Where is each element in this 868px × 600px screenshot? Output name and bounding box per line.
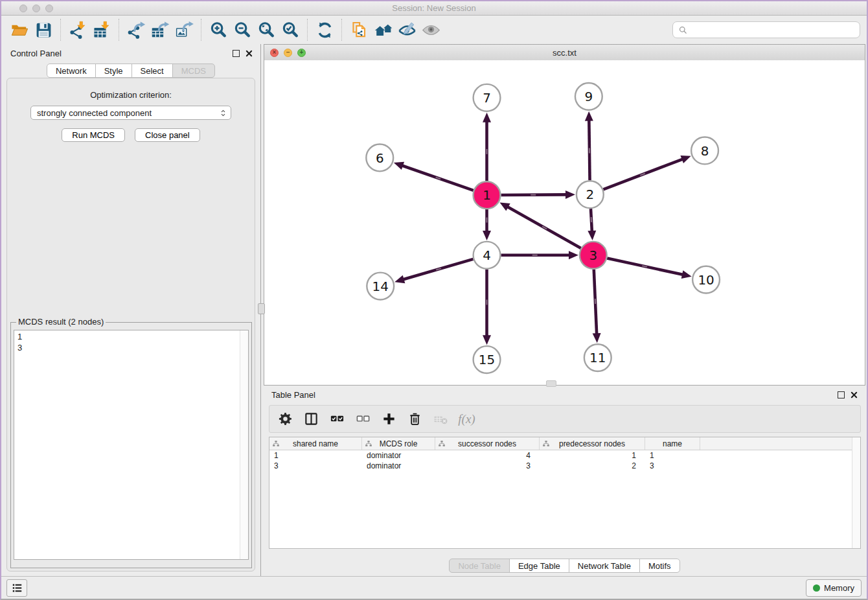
horizontal-splitter-handle[interactable] [546, 380, 556, 387]
deselect-all-icon[interactable] [355, 411, 371, 427]
control-panel-float-button[interactable] [233, 50, 240, 57]
search-input[interactable] [691, 25, 854, 36]
network-graph[interactable]: 1234678910111415 [264, 60, 865, 385]
column-header-name[interactable]: name [645, 437, 700, 450]
graph-edge-arrowhead [588, 231, 596, 240]
graph-node-label: 8 [701, 144, 709, 159]
cell-mcds-role[interactable]: dominator [362, 451, 435, 460]
refresh-icon[interactable] [313, 18, 337, 41]
cell-predecessor-nodes[interactable]: 1 [540, 451, 645, 460]
cell-name[interactable]: 1 [645, 451, 700, 460]
cell-name[interactable]: 3 [645, 461, 700, 470]
tab-style[interactable]: Style [95, 63, 132, 78]
toolbar-separator [341, 19, 343, 41]
list-icon [11, 582, 23, 594]
column-header-successor-nodes[interactable]: successor nodes [435, 437, 540, 450]
graph-edge-arrowhead [394, 275, 405, 283]
cell-shared-name[interactable]: 1 [269, 451, 362, 460]
memory-status-dot [813, 584, 820, 592]
zoom-out-icon[interactable] [231, 18, 255, 41]
tab-edge-table[interactable]: Edge Table [509, 559, 569, 573]
graph-edge-arrowhead [585, 111, 593, 121]
table-row[interactable]: 1dominator411 [269, 450, 860, 461]
column-header-shared-name[interactable]: shared name [269, 437, 362, 450]
table-row[interactable]: 3dominator323 [269, 461, 860, 471]
toolbar-separator [201, 19, 202, 41]
table-panel-float-button[interactable] [838, 391, 845, 398]
mcds-result-group: MCDS result (2 nodes) 1 3 [10, 322, 252, 568]
network-view-window: × – + scc.txt 1234678910111415 [264, 44, 865, 386]
column-header-mcds-role[interactable]: MCDS role [362, 437, 435, 450]
zoom-fit-icon[interactable] [255, 18, 279, 41]
export-network-icon[interactable] [124, 18, 148, 41]
tab-node-table[interactable]: Node Table [449, 559, 510, 573]
settings-icon[interactable] [277, 411, 293, 427]
cell-predecessor-nodes[interactable]: 2 [540, 461, 645, 470]
zoom-in-icon[interactable] [207, 18, 231, 41]
optimization-criterion-label: Optimization criterion: [7, 90, 255, 100]
table-panel-title: Table Panel [271, 390, 315, 400]
search-box[interactable] [672, 21, 860, 38]
delete-table-icon [433, 411, 449, 427]
network-canvas[interactable]: 1234678910111415 [264, 60, 865, 385]
tab-network[interactable]: Network [47, 63, 96, 78]
run-mcds-button[interactable]: Run MCDS [62, 128, 125, 142]
tab-mcds[interactable]: MCDS [172, 63, 215, 78]
add-icon[interactable] [381, 411, 397, 427]
graph-node-label: 7 [483, 91, 491, 106]
toolbar-separator [307, 19, 308, 41]
save-icon[interactable] [32, 18, 56, 41]
open-icon[interactable] [8, 18, 32, 41]
select-stepper-icon [218, 108, 228, 118]
cell-successor-nodes[interactable]: 4 [435, 451, 540, 460]
cell-mcds-role[interactable]: dominator [362, 461, 435, 470]
result-scrollbar[interactable] [240, 330, 248, 559]
memory-button[interactable]: Memory [806, 579, 862, 597]
close-panel-button[interactable]: Close panel [135, 128, 200, 142]
select-all-icon[interactable] [329, 411, 345, 427]
table-scrollbar[interactable] [852, 437, 860, 548]
show-graphics-details-icon[interactable] [419, 18, 443, 41]
graph-edge-arrowhead [483, 113, 491, 122]
network-window-title: scc.txt [264, 48, 865, 58]
import-network-icon[interactable] [66, 18, 90, 41]
graph-node-label: 11 [589, 351, 606, 365]
task-history-button[interactable] [6, 579, 27, 597]
header-filler [700, 437, 860, 450]
cell-successor-nodes[interactable]: 3 [435, 461, 540, 470]
graph-node-label: 10 [698, 273, 714, 288]
export-image-icon[interactable] [172, 18, 196, 41]
hide-graphics-details-icon[interactable] [395, 18, 419, 41]
delete-icon[interactable] [407, 411, 423, 427]
zoom-selected-icon[interactable] [279, 18, 303, 41]
graph-node-label: 3 [589, 248, 597, 263]
node-table: shared nameMCDS rolesuccessor nodesprede… [269, 437, 861, 549]
graph-edge-arrowhead [569, 251, 578, 259]
import-table-icon[interactable] [90, 18, 114, 41]
network-overview-icon[interactable] [371, 18, 395, 41]
graph-node-label: 15 [479, 352, 495, 367]
tree-icon [438, 440, 446, 448]
tree-icon [542, 440, 550, 448]
export-table-icon[interactable] [148, 18, 172, 41]
column-split-icon[interactable] [303, 411, 319, 427]
copy-view-icon[interactable] [347, 18, 371, 41]
tab-network-table[interactable]: Network Table [569, 559, 640, 573]
table-toolbar: f(x) [269, 405, 861, 433]
graph-edge-arrowhead [680, 156, 691, 163]
main-content: Control Panel NetworkStyleSelectMCDS Opt… [1, 44, 867, 576]
table-panel-close-icon[interactable] [851, 391, 858, 398]
tab-select[interactable]: Select [131, 63, 173, 78]
cell-shared-name[interactable]: 3 [269, 461, 362, 470]
tab-motifs[interactable]: Motifs [639, 559, 680, 573]
main-toolbar [1, 16, 867, 45]
column-header-predecessor-nodes[interactable]: predecessor nodes [540, 437, 645, 450]
vertical-splitter-handle[interactable] [258, 303, 265, 314]
toolbar-separator [60, 19, 62, 41]
mcds-panel: Optimization criterion: strongly connect… [6, 78, 255, 571]
control-panel-close-icon[interactable] [246, 50, 253, 57]
mcds-result-list[interactable]: 1 3 [14, 330, 249, 560]
graph-node-label: 1 [483, 188, 491, 203]
control-panel-title: Control Panel [10, 49, 62, 58]
criterion-select[interactable]: strongly connected component [30, 106, 231, 120]
